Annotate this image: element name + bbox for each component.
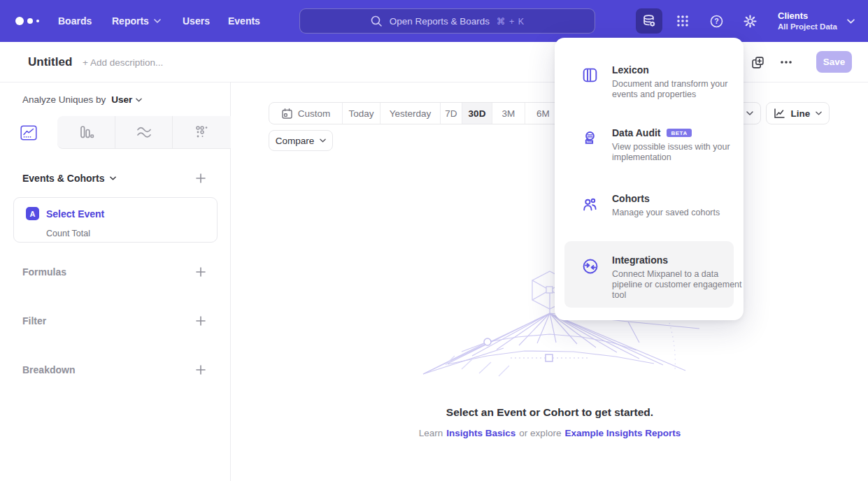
menu-item-lexicon[interactable]: Lexicon Document and transform your even… [564,60,734,124]
subtitle-text: Learn [419,428,443,438]
tab-stacked-chart[interactable] [115,116,172,149]
stream-chart-tab-icon [136,126,152,139]
search-placeholder: Open Reports & Boards [390,16,490,27]
example-reports-link[interactable]: Example Insights Reports [564,428,681,438]
event-card[interactable]: A Select Event Count Total [13,197,218,243]
query-builder-sidebar: Analyze Uniques by User [0,82,231,481]
nav-item-reports[interactable]: Reports [112,0,161,42]
select-event-label[interactable]: Select Event [46,208,104,220]
duplicate-button[interactable] [749,54,766,71]
help-icon: ? [709,14,724,29]
chevron-down-icon [816,111,822,115]
more-options-button[interactable] [777,54,795,71]
menu-item-integrations[interactable]: Integrations Connect Mixpanel to a data … [564,241,734,308]
data-management-button[interactable] [636,8,662,34]
insights-basics-link[interactable]: Insights Basics [446,428,515,438]
apps-grid-button[interactable] [669,8,696,34]
range-3m[interactable]: 3M [492,103,525,124]
range-label: 3M [502,108,515,119]
breakdown-section-label: Breakdown [22,364,75,375]
top-navbar: Boards Reports Users Events Open Reports… [0,0,868,42]
range-label: 30D [469,108,486,119]
add-description-field[interactable]: + Add description... [83,57,163,68]
range-label: 7D [445,108,457,119]
compare-dropdown[interactable]: Compare [269,130,333,151]
compare-label: Compare [276,136,315,146]
events-cohorts-section-header[interactable]: Events & Cohorts [22,173,116,184]
mixpanel-logo-icon[interactable] [15,15,39,27]
data-audit-icon [581,129,599,147]
plus-icon [195,173,206,184]
gear-icon [743,14,757,29]
add-breakdown-button[interactable] [194,364,207,376]
chevron-down-icon [136,98,142,102]
global-search-input[interactable]: Open Reports & Boards ⌘ + K [299,8,595,34]
plus-icon [195,364,206,375]
settings-button[interactable] [737,8,763,34]
add-formula-button[interactable] [194,266,207,278]
events-section-label: Events & Cohorts [22,173,104,184]
menu-item-cohorts[interactable]: Cohorts Manage your saved cohorts [564,190,734,240]
nav-item-events[interactable]: Events [228,0,260,42]
org-label: Clients [778,10,837,22]
range-label: Yesterday [390,108,432,119]
chart-type-tabs [0,116,231,149]
search-icon [370,15,383,27]
nav-item-boards[interactable]: Boards [58,0,92,42]
subtitle-text: or explore [519,428,561,438]
project-label: All Project Data [778,22,837,32]
grid-icon [675,13,690,29]
scatter-tab-icon [194,124,210,140]
chart-type-label: Line [791,108,811,119]
chevron-down-icon [320,138,326,143]
nav-item-label: Users [183,15,210,27]
range-today[interactable]: Today [343,103,380,124]
integrations-icon [581,257,599,275]
formulas-section-label: Formulas [22,266,66,278]
report-title[interactable]: Untitled [28,55,72,69]
range-custom[interactable]: Custom [269,103,343,124]
data-management-menu: Lexicon Document and transform your even… [555,38,744,320]
range-label: Today [348,108,373,119]
duplicate-icon [751,56,764,69]
svg-text:?: ? [714,17,718,25]
analyze-prefix-label: Analyze Uniques by [22,94,106,105]
search-shortcut: ⌘ + K [497,16,525,27]
menu-item-title: Cohorts [612,193,650,204]
chart-type-dropdown[interactable]: Line [766,102,830,124]
filter-section-label: Filter [22,315,46,326]
tab-scatter-chart[interactable] [172,116,231,149]
bar-chart-tab-icon [78,125,94,140]
add-filter-button[interactable] [194,315,207,327]
menu-item-description: Connect Mixpanel to a data pipeline or c… [612,269,746,301]
range-label: Custom [298,108,331,119]
lexicon-icon [581,66,599,84]
nav-item-users[interactable]: Users [183,0,210,42]
add-event-button[interactable] [194,172,207,185]
menu-item-title: Lexicon [612,64,649,76]
range-7d[interactable]: 7D [441,103,462,124]
analyze-by-dropdown[interactable]: User [111,94,142,105]
plus-icon [195,315,206,326]
menu-item-title: Data Audit [612,127,660,138]
range-label: 6M [536,108,550,119]
range-30d[interactable]: 30D [462,103,492,124]
save-button[interactable]: Save [816,51,852,73]
database-gear-icon [641,13,657,29]
chart-area: Custom Today Yesterday 7D 30D 3M 6M Comp… [232,82,868,481]
range-yesterday[interactable]: Yesterday [380,103,441,124]
chevron-down-icon [110,176,116,180]
plus-icon [195,266,206,278]
tab-bar-chart[interactable] [57,116,115,149]
event-metric-label[interactable]: Count Total [46,229,90,238]
beta-badge: BETA [667,129,691,137]
chevron-down-icon [154,19,161,23]
analyze-uniques-row: Analyze Uniques by User [22,94,142,105]
project-switcher[interactable]: Clients All Project Data [778,7,855,35]
nav-item-label: Events [228,15,260,27]
menu-item-data-audit[interactable]: Data Audit BETA View possible issues wit… [564,124,734,190]
help-button[interactable]: ? [703,8,730,34]
menu-item-title: Integrations [612,254,668,266]
tab-line-chart[interactable] [0,116,57,149]
nav-item-label: Reports [112,15,149,27]
